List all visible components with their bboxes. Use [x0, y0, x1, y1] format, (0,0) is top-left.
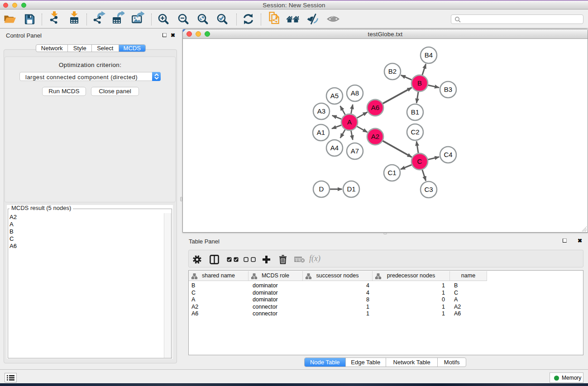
svg-text:D1: D1 [347, 185, 355, 193]
svg-text:C4: C4 [444, 151, 452, 158]
svg-text:A3: A3 [317, 107, 325, 115]
svg-text:A8: A8 [351, 89, 359, 97]
svg-text:C: C [417, 157, 422, 165]
svg-text:A1: A1 [317, 129, 325, 136]
svg-text:B2: B2 [388, 67, 397, 75]
svg-text:C2: C2 [411, 128, 419, 136]
svg-text:A4: A4 [330, 144, 339, 152]
svg-text:A: A [347, 118, 352, 126]
svg-text:A7: A7 [351, 147, 359, 155]
svg-text:A6: A6 [371, 104, 379, 111]
svg-text:A2: A2 [371, 133, 379, 140]
svg-text:B4: B4 [425, 51, 433, 59]
svg-text:B1: B1 [411, 108, 419, 116]
svg-text:C3: C3 [424, 186, 433, 193]
svg-text:B: B [417, 79, 422, 87]
svg-text:B3: B3 [444, 86, 452, 93]
svg-text:C1: C1 [387, 169, 396, 176]
svg-text:D: D [319, 185, 324, 193]
svg-text:A5: A5 [330, 92, 339, 100]
